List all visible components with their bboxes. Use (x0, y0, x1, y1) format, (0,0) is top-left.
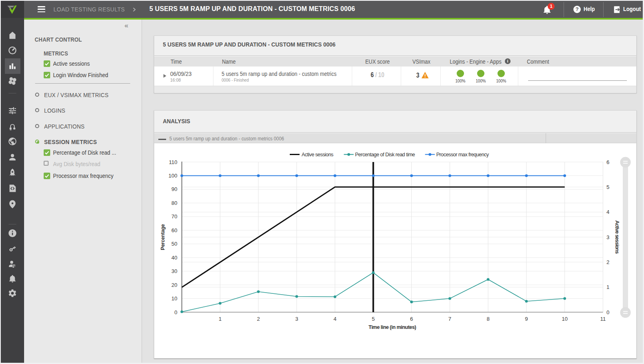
svg-text:Time line (in minutes): Time line (in minutes) (369, 324, 416, 330)
svg-text:11: 11 (600, 316, 606, 322)
svg-text:Active sessions: Active sessions (614, 220, 620, 254)
svg-text:8: 8 (486, 316, 489, 322)
svg-text:100: 100 (169, 173, 178, 179)
svg-text:4: 4 (606, 209, 609, 215)
svg-text:90: 90 (171, 186, 177, 192)
svg-text:9: 9 (525, 316, 528, 322)
svg-text:Percentage: Percentage (160, 224, 166, 250)
svg-text:60: 60 (171, 227, 177, 233)
svg-text:6: 6 (410, 316, 413, 322)
svg-text:40: 40 (171, 255, 177, 261)
svg-text:1: 1 (219, 316, 222, 322)
svg-text:3: 3 (606, 234, 609, 240)
svg-text:0: 0 (606, 309, 609, 315)
svg-text:3: 3 (295, 316, 298, 322)
svg-text:0: 0 (174, 309, 177, 315)
svg-text:Processor max frequency: Processor max frequency (436, 152, 489, 158)
svg-text:30: 30 (171, 268, 177, 274)
svg-text:2: 2 (257, 316, 260, 322)
svg-text:6: 6 (606, 159, 609, 165)
svg-text:5: 5 (606, 184, 609, 190)
svg-text:20: 20 (171, 282, 177, 288)
svg-text:Percentage of Disk read time: Percentage of Disk read time (355, 152, 415, 158)
svg-text:1: 1 (606, 284, 609, 290)
svg-text:7: 7 (449, 316, 451, 322)
svg-text:70: 70 (171, 213, 177, 220)
svg-text:50: 50 (171, 241, 177, 247)
svg-text:110: 110 (169, 159, 178, 165)
svg-text:5: 5 (372, 316, 375, 322)
svg-text:4: 4 (333, 316, 336, 322)
svg-text:Active sessions: Active sessions (302, 152, 333, 158)
svg-text:10: 10 (562, 316, 567, 322)
svg-text:2: 2 (606, 259, 609, 265)
svg-text:10: 10 (171, 295, 177, 302)
svg-text:80: 80 (171, 200, 177, 206)
